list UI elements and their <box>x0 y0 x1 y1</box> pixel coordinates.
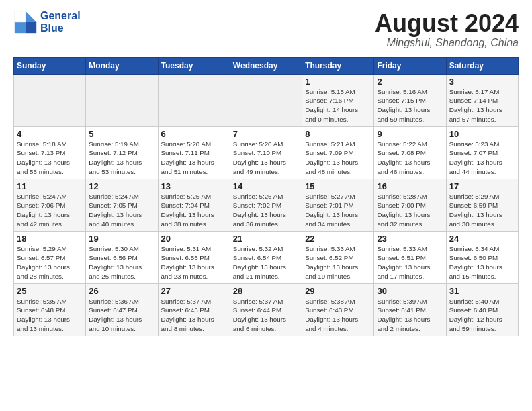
calendar-header-row: Sunday Monday Tuesday Wednesday Thursday… <box>14 57 519 74</box>
logo-text: General Blue <box>40 10 81 34</box>
col-wednesday: Wednesday <box>230 57 302 74</box>
day-info: Sunrise: 5:29 AM Sunset: 6:57 PM Dayligh… <box>17 244 83 281</box>
day-info: Sunrise: 5:15 AM Sunset: 7:16 PM Dayligh… <box>305 87 371 124</box>
calendar-cell: 31Sunrise: 5:40 AM Sunset: 6:40 PM Dayli… <box>446 283 518 336</box>
calendar-cell: 5Sunrise: 5:19 AM Sunset: 7:12 PM Daylig… <box>86 126 158 179</box>
day-info: Sunrise: 5:34 AM Sunset: 6:50 PM Dayligh… <box>449 244 515 281</box>
calendar-cell: 4Sunrise: 5:18 AM Sunset: 7:13 PM Daylig… <box>14 126 86 179</box>
calendar-cell: 20Sunrise: 5:31 AM Sunset: 6:55 PM Dayli… <box>158 231 230 283</box>
day-number: 30 <box>377 286 443 296</box>
header: General Blue August 2024 Mingshui, Shand… <box>13 10 519 49</box>
day-info: Sunrise: 5:36 AM Sunset: 6:47 PM Dayligh… <box>89 297 154 334</box>
calendar-cell: 26Sunrise: 5:36 AM Sunset: 6:47 PM Dayli… <box>86 283 158 336</box>
page: General Blue August 2024 Mingshui, Shand… <box>0 0 532 343</box>
day-info: Sunrise: 5:27 AM Sunset: 7:01 PM Dayligh… <box>305 192 371 229</box>
day-number: 20 <box>161 234 227 244</box>
day-number: 9 <box>377 129 443 139</box>
day-info: Sunrise: 5:37 AM Sunset: 6:44 PM Dayligh… <box>233 297 299 334</box>
calendar-cell <box>158 74 230 126</box>
day-info: Sunrise: 5:25 AM Sunset: 7:04 PM Dayligh… <box>161 192 227 229</box>
week-row-3: 11Sunrise: 5:24 AM Sunset: 7:06 PM Dayli… <box>14 179 519 231</box>
calendar-cell: 10Sunrise: 5:23 AM Sunset: 7:07 PM Dayli… <box>446 126 518 179</box>
day-number: 22 <box>305 234 371 244</box>
week-row-1: 1Sunrise: 5:15 AM Sunset: 7:16 PM Daylig… <box>14 74 519 126</box>
day-number: 13 <box>161 181 227 191</box>
calendar-cell: 19Sunrise: 5:30 AM Sunset: 6:56 PM Dayli… <box>86 231 158 283</box>
day-number: 24 <box>449 234 515 244</box>
calendar-cell: 28Sunrise: 5:37 AM Sunset: 6:44 PM Dayli… <box>230 283 302 336</box>
day-number: 27 <box>161 286 227 296</box>
calendar-cell: 8Sunrise: 5:21 AM Sunset: 7:09 PM Daylig… <box>302 126 374 179</box>
day-number: 16 <box>377 181 443 191</box>
day-info: Sunrise: 5:18 AM Sunset: 7:13 PM Dayligh… <box>17 140 83 177</box>
day-number: 18 <box>17 234 83 244</box>
logo-icon <box>13 10 38 34</box>
day-number: 5 <box>89 129 154 139</box>
calendar-cell <box>230 74 302 126</box>
day-number: 7 <box>233 129 299 139</box>
calendar-cell: 16Sunrise: 5:28 AM Sunset: 7:00 PM Dayli… <box>374 179 446 231</box>
day-info: Sunrise: 5:40 AM Sunset: 6:40 PM Dayligh… <box>449 297 515 334</box>
col-friday: Friday <box>374 57 446 74</box>
day-info: Sunrise: 5:29 AM Sunset: 6:59 PM Dayligh… <box>449 192 515 229</box>
calendar-cell: 22Sunrise: 5:33 AM Sunset: 6:52 PM Dayli… <box>302 231 374 283</box>
day-info: Sunrise: 5:20 AM Sunset: 7:10 PM Dayligh… <box>233 140 299 177</box>
week-row-4: 18Sunrise: 5:29 AM Sunset: 6:57 PM Dayli… <box>14 231 519 283</box>
day-number: 14 <box>233 181 299 191</box>
calendar-cell: 18Sunrise: 5:29 AM Sunset: 6:57 PM Dayli… <box>14 231 86 283</box>
day-number: 26 <box>89 286 154 296</box>
day-number: 10 <box>449 129 515 139</box>
col-tuesday: Tuesday <box>158 57 230 74</box>
day-number: 28 <box>233 286 299 296</box>
day-number: 17 <box>449 181 515 191</box>
calendar-cell: 29Sunrise: 5:38 AM Sunset: 6:43 PM Dayli… <box>302 283 374 336</box>
logo: General Blue <box>13 10 81 34</box>
calendar-cell: 23Sunrise: 5:33 AM Sunset: 6:51 PM Dayli… <box>374 231 446 283</box>
week-row-2: 4Sunrise: 5:18 AM Sunset: 7:13 PM Daylig… <box>14 126 519 179</box>
calendar-table: Sunday Monday Tuesday Wednesday Thursday… <box>13 57 519 336</box>
calendar-cell: 1Sunrise: 5:15 AM Sunset: 7:16 PM Daylig… <box>302 74 374 126</box>
day-number: 2 <box>377 77 443 87</box>
day-number: 25 <box>17 286 83 296</box>
day-number: 23 <box>377 234 443 244</box>
day-info: Sunrise: 5:37 AM Sunset: 6:45 PM Dayligh… <box>161 297 227 334</box>
day-info: Sunrise: 5:32 AM Sunset: 6:54 PM Dayligh… <box>233 244 299 281</box>
day-info: Sunrise: 5:26 AM Sunset: 7:02 PM Dayligh… <box>233 192 299 229</box>
calendar-cell: 27Sunrise: 5:37 AM Sunset: 6:45 PM Dayli… <box>158 283 230 336</box>
day-info: Sunrise: 5:33 AM Sunset: 6:51 PM Dayligh… <box>377 244 443 281</box>
week-row-5: 25Sunrise: 5:35 AM Sunset: 6:48 PM Dayli… <box>14 283 519 336</box>
day-number: 4 <box>17 129 83 139</box>
day-info: Sunrise: 5:22 AM Sunset: 7:08 PM Dayligh… <box>377 140 443 177</box>
calendar-cell: 25Sunrise: 5:35 AM Sunset: 6:48 PM Dayli… <box>14 283 86 336</box>
day-number: 3 <box>449 77 515 87</box>
col-thursday: Thursday <box>302 57 374 74</box>
svg-marker-1 <box>26 22 36 33</box>
calendar-cell <box>86 74 158 126</box>
calendar-cell: 6Sunrise: 5:20 AM Sunset: 7:11 PM Daylig… <box>158 126 230 179</box>
calendar-cell: 13Sunrise: 5:25 AM Sunset: 7:04 PM Dayli… <box>158 179 230 231</box>
svg-marker-3 <box>15 11 26 22</box>
title-block: August 2024 Mingshui, Shandong, China <box>375 10 519 49</box>
calendar-cell: 14Sunrise: 5:26 AM Sunset: 7:02 PM Dayli… <box>230 179 302 231</box>
day-number: 12 <box>89 181 154 191</box>
day-info: Sunrise: 5:39 AM Sunset: 6:41 PM Dayligh… <box>377 297 443 334</box>
day-info: Sunrise: 5:31 AM Sunset: 6:55 PM Dayligh… <box>161 244 227 281</box>
month-year-title: August 2024 <box>375 10 519 37</box>
calendar-cell: 17Sunrise: 5:29 AM Sunset: 6:59 PM Dayli… <box>446 179 518 231</box>
day-info: Sunrise: 5:33 AM Sunset: 6:52 PM Dayligh… <box>305 244 371 281</box>
day-info: Sunrise: 5:24 AM Sunset: 7:05 PM Dayligh… <box>89 192 154 229</box>
day-info: Sunrise: 5:16 AM Sunset: 7:15 PM Dayligh… <box>377 87 443 124</box>
calendar-cell: 2Sunrise: 5:16 AM Sunset: 7:15 PM Daylig… <box>374 74 446 126</box>
calendar-cell: 11Sunrise: 5:24 AM Sunset: 7:06 PM Dayli… <box>14 179 86 231</box>
svg-marker-0 <box>26 11 36 22</box>
col-monday: Monday <box>86 57 158 74</box>
calendar-cell: 12Sunrise: 5:24 AM Sunset: 7:05 PM Dayli… <box>86 179 158 231</box>
calendar-cell: 24Sunrise: 5:34 AM Sunset: 6:50 PM Dayli… <box>446 231 518 283</box>
day-number: 29 <box>305 286 371 296</box>
day-number: 21 <box>233 234 299 244</box>
calendar-cell: 30Sunrise: 5:39 AM Sunset: 6:41 PM Dayli… <box>374 283 446 336</box>
calendar-cell: 3Sunrise: 5:17 AM Sunset: 7:14 PM Daylig… <box>446 74 518 126</box>
day-number: 31 <box>449 286 515 296</box>
day-info: Sunrise: 5:24 AM Sunset: 7:06 PM Dayligh… <box>17 192 83 229</box>
col-saturday: Saturday <box>446 57 518 74</box>
